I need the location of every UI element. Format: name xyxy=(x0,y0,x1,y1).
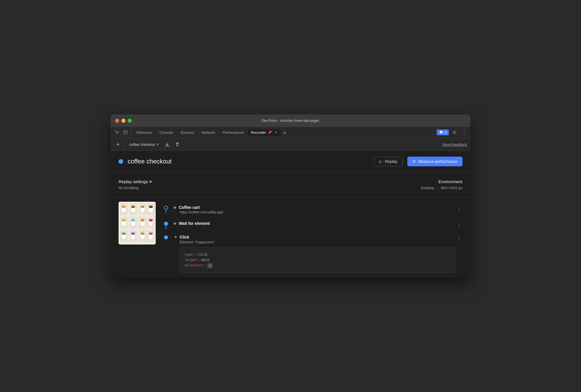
step-1-dot xyxy=(164,206,168,210)
minimize-button[interactable] xyxy=(121,119,125,123)
step-1-line xyxy=(166,210,166,213)
step-coffee-cart: ▶ Coffee cart https://coffee-cart.netlif… xyxy=(161,202,462,218)
more-options-icon[interactable]: ⋮ xyxy=(460,128,468,136)
code-type-val: click xyxy=(197,252,207,257)
close-tab-icon[interactable]: ✕ xyxy=(274,130,278,135)
recording-selector[interactable]: coffee checkout ▾ xyxy=(127,141,161,148)
issues-badge[interactable]: 💬 3 xyxy=(437,130,449,135)
chevron-down-icon: ▾ xyxy=(157,142,159,146)
step-1-url: https://coffee-cart.netlify.app/ xyxy=(174,210,456,214)
code-colon-3: : xyxy=(204,263,206,268)
step-3-sub: Element "Cappucino" xyxy=(174,240,456,244)
svg-rect-18 xyxy=(149,219,153,221)
code-type-key: type xyxy=(185,252,193,257)
pin-icon: 📌 xyxy=(268,130,272,134)
play-icon: ▷ xyxy=(379,159,382,164)
step-2-header: ▶ Wait for element xyxy=(174,221,456,226)
throttling-label: No throttling xyxy=(119,186,421,190)
svg-rect-23 xyxy=(122,233,125,235)
svg-rect-15 xyxy=(122,219,125,221)
env-size: 893×1041 px xyxy=(441,186,462,190)
code-selectors-key: selectors xyxy=(185,263,203,268)
tab-elements[interactable]: Elements xyxy=(133,129,155,136)
selector-picker-icon[interactable] xyxy=(207,263,213,268)
step-2-name: Wait for element xyxy=(179,221,210,226)
step-1-expand-icon[interactable]: ▶ xyxy=(174,205,177,209)
recording-preview xyxy=(119,202,156,245)
toolbar-separator xyxy=(124,142,125,147)
env-separator: | xyxy=(437,186,438,190)
settings-icon[interactable] xyxy=(450,128,458,136)
send-feedback-link[interactable]: Send feedback xyxy=(442,142,467,147)
settings-section: Replay settings ▶ No throttling Environm… xyxy=(111,172,470,197)
svg-rect-17 xyxy=(141,219,144,221)
svg-rect-7 xyxy=(122,206,125,208)
svg-rect-8 xyxy=(131,206,135,208)
code-colon-1: : xyxy=(194,252,196,257)
tab-separator-1 xyxy=(131,130,131,135)
step-3-name: Click xyxy=(180,235,189,239)
svg-rect-16 xyxy=(131,219,135,221)
recording-header: coffee checkout ▷ Replay ⟳ Measure perfo… xyxy=(111,151,470,172)
export-icon[interactable] xyxy=(163,140,171,148)
environment-title: Environment xyxy=(421,179,462,184)
window-title: DevTools - chrome://new-tab-page/ xyxy=(262,118,319,123)
env-type: Desktop xyxy=(421,186,434,190)
svg-rect-9 xyxy=(141,206,144,208)
code-colon-2: : xyxy=(198,257,200,263)
code-line-type: type : click xyxy=(185,252,451,257)
issues-count: 3 xyxy=(444,130,446,134)
step-click: ▼ Click Element "Cappucino" type : click xyxy=(161,231,462,273)
code-line-selectors: selectors : xyxy=(185,263,451,268)
code-target-val: main xyxy=(201,257,210,263)
replay-button[interactable]: ▷ Replay xyxy=(374,157,403,166)
measure-performance-button[interactable]: ⟳ Measure performance xyxy=(407,157,462,166)
more-tabs-icon[interactable]: » xyxy=(281,130,288,136)
step-3-code-block: type : click target : main xyxy=(180,247,456,273)
recording-title: coffee checkout xyxy=(128,158,369,165)
tab-network[interactable]: Network xyxy=(198,129,219,136)
step-2-line xyxy=(166,226,166,229)
main-content: coffee checkout ▷ Replay ⟳ Measure perfo… xyxy=(111,151,470,278)
step-2-more-button[interactable]: ⋮ xyxy=(456,221,462,228)
step-1-header: ▶ Coffee cart xyxy=(174,205,456,210)
tab-performance[interactable]: Performance xyxy=(219,129,247,136)
maximize-button[interactable] xyxy=(128,119,132,123)
replay-settings-toggle[interactable]: Replay settings ▶ xyxy=(119,179,421,184)
devtools-tab-bar: Elements Console Sources Network Perform… xyxy=(111,127,470,138)
step-2-expand-icon[interactable]: ▶ xyxy=(174,221,177,225)
step-3-dot xyxy=(164,235,168,239)
tab-console[interactable]: Console xyxy=(156,129,177,136)
tab-sources[interactable]: Sources xyxy=(177,129,198,136)
cursor-icon[interactable] xyxy=(113,128,121,136)
step-3-more-button[interactable]: ⋮ xyxy=(456,235,462,242)
step-3-timeline xyxy=(161,235,171,239)
close-button[interactable] xyxy=(115,119,119,123)
step-2-timeline xyxy=(161,221,171,226)
step-3-expand-icon[interactable]: ▼ xyxy=(174,235,177,239)
tab-recorder[interactable]: Recorder 📌 ✕ xyxy=(248,129,281,136)
devtools-window: DevTools - chrome://new-tab-page/ Elemen… xyxy=(111,114,470,278)
step-1-content: ▶ Coffee cart https://coffee-cart.netlif… xyxy=(171,205,456,214)
add-recording-button[interactable]: + xyxy=(114,140,122,148)
traffic-lights xyxy=(115,119,132,123)
step-wait-for-element: ▶ Wait for element ⋮ xyxy=(161,218,462,231)
step-2-content: ▶ Wait for element xyxy=(171,221,456,226)
recorder-tab-label: Recorder xyxy=(251,130,266,135)
environment-info: Desktop | 893×1041 px xyxy=(421,186,462,190)
step-1-more-button[interactable]: ⋮ xyxy=(456,205,462,212)
delete-icon[interactable] xyxy=(173,140,181,148)
recorder-toolbar: + coffee checkout ▾ Send feedback xyxy=(111,138,470,151)
svg-rect-25 xyxy=(141,233,144,235)
step-1-name: Coffee cart xyxy=(179,205,200,210)
tabs-right-actions: 💬 3 ⋮ xyxy=(437,128,468,136)
step-3-content: ▼ Click Element "Cappucino" type : click xyxy=(171,235,456,273)
settings-right: Environment Desktop | 893×1041 px xyxy=(421,179,462,190)
settings-left: Replay settings ▶ No throttling xyxy=(119,179,421,190)
code-line-target: target : main xyxy=(185,257,451,263)
issues-icon: 💬 xyxy=(439,130,443,134)
inspect-icon[interactable] xyxy=(121,128,129,136)
recording-status-indicator xyxy=(119,159,123,164)
performance-icon: ⟳ xyxy=(412,159,416,164)
svg-point-1 xyxy=(454,132,455,133)
